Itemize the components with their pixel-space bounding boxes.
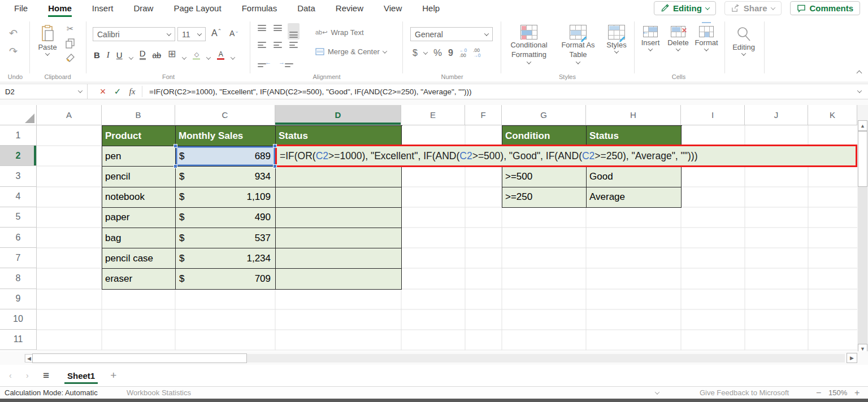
active-cell-formula-editor[interactable]: =IF(OR(C2>=1000), "Excellent", IF(AND(C2… [275, 145, 857, 167]
column-header-k[interactable]: K [808, 105, 857, 125]
next-sheet-icon[interactable]: › [26, 371, 43, 380]
cut-icon[interactable]: ✂ [67, 24, 74, 34]
cell-b6[interactable]: bag [102, 228, 176, 248]
cell-d4[interactable] [276, 187, 402, 208]
font-family-select[interactable]: Calibri [93, 27, 175, 41]
column-header-e[interactable]: E [401, 105, 465, 125]
column-header-c[interactable]: C [175, 105, 275, 125]
copy-icon[interactable] [66, 38, 75, 51]
status-chevron-icon[interactable] [656, 387, 659, 399]
font-size-select[interactable]: 11 [177, 27, 206, 41]
format-cells-button[interactable]: Format [693, 26, 720, 51]
cell-styles-button[interactable]: Styles [602, 25, 631, 54]
zoom-level[interactable]: 150% [828, 387, 847, 399]
tab-formulas[interactable]: Formulas [242, 0, 277, 17]
reference-handle[interactable] [173, 164, 177, 168]
cell-g3[interactable]: >=500 [502, 167, 587, 187]
percent-format-icon[interactable]: % [433, 47, 442, 59]
formula-bar-expand-icon[interactable] [857, 88, 862, 93]
wrap-text-button[interactable]: ab↩ Wrap Text [315, 28, 364, 37]
tab-data[interactable]: Data [297, 0, 315, 17]
cell-c2[interactable]: $ 689 [176, 146, 276, 167]
tab-insert[interactable]: Insert [92, 0, 114, 17]
editing-mode-button[interactable]: Editing [654, 1, 716, 15]
align-left-icon[interactable] [258, 42, 266, 48]
cell-c4[interactable]: $ 1,109 [176, 187, 276, 208]
cell-c5[interactable]: $ 490 [176, 208, 276, 228]
font-color-icon[interactable]: A [217, 50, 224, 60]
strikethrough-button[interactable]: ab [153, 51, 162, 60]
calc-mode-status[interactable]: Calculation Mode: Automatic [5, 387, 98, 399]
row-header-11[interactable]: 11 [0, 330, 37, 350]
column-header-g[interactable]: G [502, 105, 586, 125]
paste-button[interactable]: Paste [35, 25, 60, 56]
cell-b4[interactable]: notebook [102, 187, 176, 208]
cell-d3[interactable] [276, 167, 402, 187]
row-header-6[interactable]: 6 [0, 228, 37, 248]
reference-handle[interactable] [273, 164, 277, 168]
enter-icon[interactable]: ✓ [110, 86, 125, 97]
scroll-up-arrow[interactable]: ▲ [858, 120, 867, 131]
column-header-i[interactable]: I [681, 105, 745, 125]
tab-home[interactable]: Home [48, 0, 72, 17]
header-cell-condition[interactable]: Condition [502, 126, 587, 146]
decrease-decimal-button[interactable]: .00→0 [473, 48, 480, 59]
number-format-select[interactable]: General [410, 27, 493, 41]
cell-d7[interactable] [276, 248, 402, 269]
increase-indent-icon[interactable]: → [279, 59, 292, 67]
reference-handle[interactable] [173, 144, 177, 148]
cell-c7[interactable]: $ 1,234 [176, 248, 276, 269]
cell-g4[interactable]: >=250 [502, 187, 587, 208]
select-all-corner[interactable] [0, 105, 37, 125]
reference-handle[interactable] [273, 144, 277, 148]
align-bottom-icon[interactable] [288, 23, 300, 40]
name-box[interactable]: D2 [0, 84, 88, 99]
conditional-formatting-button[interactable]: Conditional Formatting [503, 25, 555, 64]
tab-draw[interactable]: Draw [133, 0, 153, 17]
merge-center-button[interactable]: Merge & Center [315, 47, 387, 56]
insert-cells-button[interactable]: ← Insert [637, 26, 663, 51]
column-header-b[interactable]: B [102, 105, 175, 125]
sheet-list-menu-icon[interactable]: ≡ [43, 369, 64, 382]
borders-icon[interactable]: ⊞ [168, 48, 176, 60]
vertical-scrollbar-thumb[interactable] [858, 131, 867, 187]
align-right-icon[interactable] [289, 42, 298, 48]
tab-help[interactable]: Help [422, 0, 440, 17]
row-header-10[interactable]: 10 [0, 309, 37, 330]
bold-button[interactable]: B [94, 50, 100, 60]
format-painter-icon[interactable] [66, 53, 75, 65]
decrease-indent-icon[interactable]: ← [258, 59, 271, 67]
cell-b7[interactable]: pencil case [102, 248, 176, 269]
comma-style-icon[interactable]: 9 [448, 48, 453, 58]
tab-sheet1[interactable]: Sheet1 [64, 366, 98, 386]
grow-font-button[interactable]: A⌃ [211, 28, 222, 38]
row-header-7[interactable]: 7 [0, 248, 37, 268]
row-header-9[interactable]: 9 [0, 289, 37, 309]
tab-file[interactable]: File [14, 0, 28, 17]
cell-h4[interactable]: Average [587, 187, 682, 208]
tab-review[interactable]: Review [336, 0, 363, 17]
header-cell-status[interactable]: Status [276, 126, 402, 146]
fx-icon[interactable]: fx [125, 87, 140, 97]
row-header-5[interactable]: 5 [0, 207, 37, 228]
cell-c3[interactable]: $ 934 [176, 167, 276, 187]
cell-c6[interactable]: $ 537 [176, 228, 276, 248]
align-top-icon[interactable] [258, 25, 266, 38]
zoom-in-icon[interactable]: + [854, 387, 860, 399]
column-header-j[interactable]: J [745, 105, 808, 125]
format-as-table-button[interactable]: Format As Table [556, 25, 600, 64]
currency-format-icon[interactable]: $ [413, 48, 418, 58]
header-cell-monthly-sales[interactable]: Monthly Sales [176, 126, 276, 146]
comments-button[interactable]: Comments [790, 1, 861, 15]
cell-d5[interactable] [276, 208, 402, 228]
cancel-icon[interactable]: × [96, 86, 110, 98]
row-header-2[interactable]: 2 [0, 146, 37, 166]
header-cell-status-2[interactable]: Status [587, 126, 682, 146]
editing-menu-button[interactable]: Editing [730, 26, 757, 56]
underline-button[interactable]: U [116, 50, 123, 60]
align-middle-icon[interactable] [274, 25, 282, 38]
double-underline-button[interactable]: D [140, 49, 146, 60]
share-button[interactable]: Share [724, 1, 782, 15]
cell-b3[interactable]: pencil [102, 167, 176, 187]
cell-b8[interactable]: eraser [102, 269, 176, 289]
